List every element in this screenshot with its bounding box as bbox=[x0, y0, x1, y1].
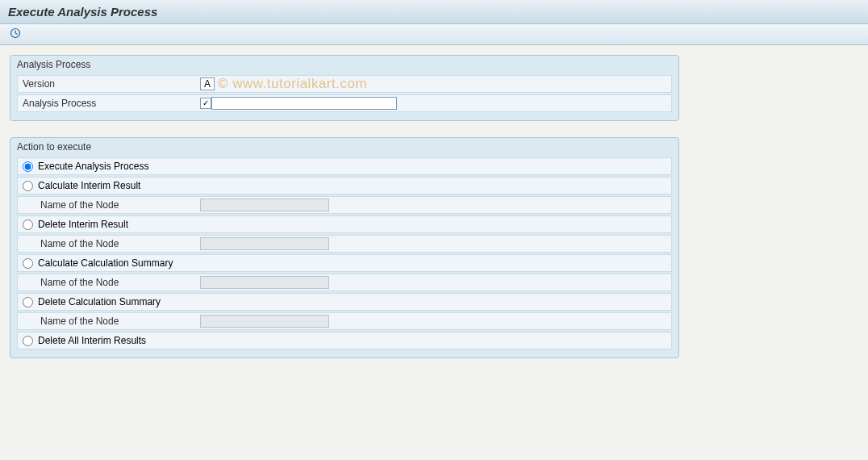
checkbox-icon[interactable]: ✓ bbox=[200, 98, 211, 109]
radio-row-execute-analysis-process[interactable]: Execute Analysis Process bbox=[17, 157, 672, 175]
node-name-input-3 bbox=[200, 276, 329, 289]
node-name-input-2 bbox=[200, 237, 329, 250]
sub-row-calculate-summary: Name of the Node bbox=[17, 274, 672, 291]
radio-calculate-interim-result[interactable] bbox=[23, 181, 33, 191]
action-to-execute-group: Action to execute Execute Analysis Proce… bbox=[10, 137, 679, 358]
sub-row-delete-summary: Name of the Node bbox=[17, 312, 672, 330]
group-title-analysis: Analysis Process bbox=[10, 56, 678, 72]
version-input[interactable] bbox=[200, 77, 215, 90]
radio-row-delete-all-interim-results[interactable]: Delete All Interim Results bbox=[17, 332, 672, 349]
analysis-process-group: Analysis Process Version Analysis Proces… bbox=[10, 55, 679, 121]
radio-label: Execute Analysis Process bbox=[38, 161, 148, 172]
group-title-action: Action to execute bbox=[10, 138, 678, 154]
radio-delete-interim-result[interactable] bbox=[23, 220, 33, 230]
sub-row-calculate-interim: Name of the Node bbox=[17, 196, 672, 214]
node-name-label: Name of the Node bbox=[40, 199, 200, 211]
radio-row-delete-interim-result[interactable]: Delete Interim Result bbox=[17, 215, 672, 233]
svg-line-2 bbox=[15, 33, 18, 35]
analysis-process-label: Analysis Process bbox=[23, 98, 200, 109]
radio-delete-calculation-summary[interactable] bbox=[23, 297, 33, 307]
node-name-label: Name of the Node bbox=[40, 238, 200, 249]
radio-row-calculate-interim-result[interactable]: Calculate Interim Result bbox=[17, 177, 672, 194]
clock-execute-icon bbox=[10, 27, 21, 41]
radio-label: Calculate Calculation Summary bbox=[38, 257, 173, 269]
version-label: Version bbox=[23, 78, 200, 90]
title-bar: Execute Analysis Process bbox=[0, 0, 868, 24]
radio-label: Delete All Interim Results bbox=[38, 335, 146, 346]
radio-label: Calculate Interim Result bbox=[38, 180, 140, 191]
toolbar bbox=[0, 24, 868, 45]
radio-execute-analysis-process[interactable] bbox=[23, 161, 33, 172]
radio-row-delete-calculation-summary[interactable]: Delete Calculation Summary bbox=[17, 293, 672, 311]
radio-label: Delete Interim Result bbox=[38, 219, 128, 230]
node-name-input-1 bbox=[200, 199, 329, 211]
node-name-label: Name of the Node bbox=[40, 277, 200, 288]
analysis-process-input[interactable] bbox=[211, 97, 397, 110]
execute-button[interactable] bbox=[8, 27, 23, 42]
analysis-process-row: Analysis Process ✓ bbox=[17, 94, 672, 112]
sub-row-delete-interim: Name of the Node bbox=[17, 235, 672, 253]
version-row: Version bbox=[17, 75, 672, 93]
page-title: Execute Analysis Process bbox=[8, 5, 860, 19]
radio-label: Delete Calculation Summary bbox=[38, 296, 161, 307]
radio-row-calculate-calculation-summary[interactable]: Calculate Calculation Summary bbox=[17, 254, 672, 272]
radio-calculate-calculation-summary[interactable] bbox=[23, 258, 33, 269]
node-name-input-4 bbox=[200, 315, 329, 328]
node-name-label: Name of the Node bbox=[40, 316, 200, 327]
content-area: © www.tutorialkart.com Analysis Process … bbox=[0, 45, 868, 460]
radio-delete-all-interim-results[interactable] bbox=[23, 336, 33, 346]
